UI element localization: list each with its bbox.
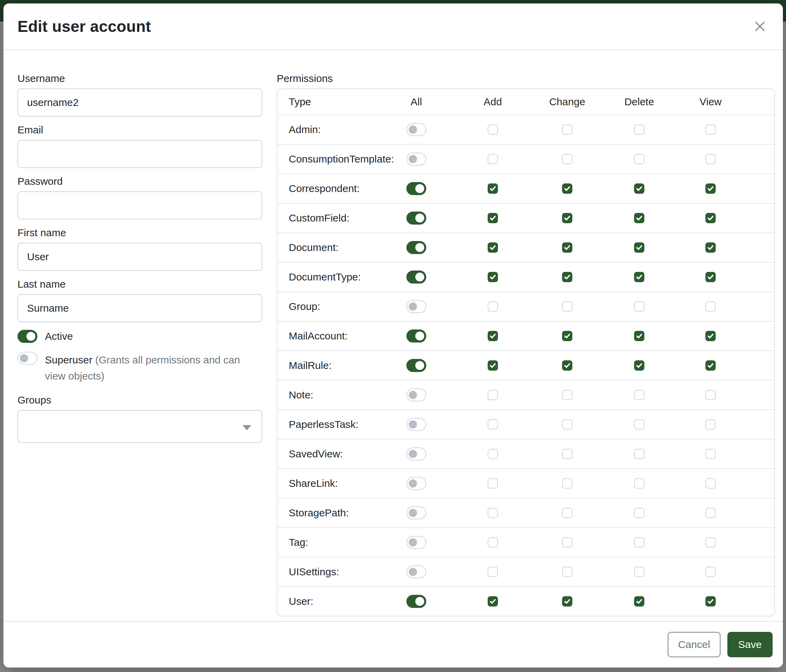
all-toggle[interactable] [406,270,426,284]
check-icon [635,244,643,251]
add-checkbox[interactable] [488,272,498,282]
add-checkbox[interactable] [488,124,498,135]
delete-checkbox[interactable] [634,272,645,282]
all-toggle[interactable] [406,506,426,520]
change-checkbox[interactable] [562,213,572,223]
all-toggle[interactable] [406,418,426,431]
save-button[interactable]: Save [727,632,773,657]
add-checkbox[interactable] [488,213,498,223]
add-checkbox[interactable] [488,419,498,430]
delete-checkbox[interactable] [634,360,645,371]
delete-checkbox[interactable] [634,390,645,400]
delete-checkbox[interactable] [634,567,645,577]
last-name-input[interactable] [17,294,263,322]
view-checkbox[interactable] [706,124,716,135]
delete-checkbox[interactable] [634,301,645,312]
change-checkbox[interactable] [562,390,572,400]
change-checkbox[interactable] [562,537,572,548]
add-checkbox[interactable] [488,360,498,371]
view-checkbox[interactable] [706,508,716,518]
change-checkbox[interactable] [562,478,572,488]
close-button[interactable] [751,17,769,36]
all-toggle[interactable] [406,536,426,549]
change-checkbox[interactable] [562,567,572,577]
all-toggle[interactable] [406,152,426,166]
delete-checkbox[interactable] [634,331,645,341]
view-checkbox[interactable] [706,478,716,488]
delete-checkbox[interactable] [634,184,645,194]
view-checkbox[interactable] [706,331,716,341]
view-checkbox[interactable] [706,390,716,400]
delete-checkbox[interactable] [634,596,645,606]
username-input[interactable] [17,88,263,116]
all-toggle[interactable] [406,300,426,313]
add-checkbox[interactable] [488,449,498,459]
delete-checkbox[interactable] [634,478,645,488]
change-checkbox[interactable] [562,301,572,312]
change-checkbox[interactable] [562,360,572,371]
all-toggle[interactable] [406,182,426,195]
view-checkbox[interactable] [706,242,716,253]
add-checkbox[interactable] [488,301,498,312]
delete-checkbox[interactable] [634,419,645,430]
view-checkbox[interactable] [706,596,716,606]
all-toggle[interactable] [406,241,426,254]
add-checkbox[interactable] [488,478,498,488]
delete-checkbox[interactable] [634,213,645,223]
add-checkbox[interactable] [488,242,498,253]
toggle-knob [415,597,424,606]
add-checkbox[interactable] [488,567,498,577]
groups-select[interactable] [17,410,263,443]
delete-checkbox[interactable] [634,242,645,253]
add-checkbox[interactable] [488,596,498,606]
view-checkbox[interactable] [706,154,716,164]
change-checkbox[interactable] [562,272,572,282]
view-checkbox[interactable] [706,419,716,430]
view-checkbox[interactable] [706,301,716,312]
change-checkbox[interactable] [562,242,572,253]
all-toggle[interactable] [406,123,426,136]
add-checkbox[interactable] [488,184,498,194]
first-name-input[interactable] [17,243,263,271]
change-checkbox[interactable] [562,449,572,459]
all-toggle[interactable] [406,212,426,225]
active-toggle[interactable] [17,330,38,343]
change-checkbox[interactable] [562,154,572,164]
view-checkbox[interactable] [706,213,716,223]
cancel-button[interactable]: Cancel [668,632,720,657]
view-checkbox[interactable] [706,567,716,577]
change-checkbox[interactable] [562,596,572,606]
delete-checkbox[interactable] [634,537,645,548]
all-toggle[interactable] [406,447,426,460]
email-input[interactable] [17,140,263,168]
add-checkbox[interactable] [488,390,498,400]
password-input[interactable] [17,191,263,220]
permission-row: UISettings: [277,557,774,586]
superuser-toggle[interactable] [17,352,38,365]
all-toggle[interactable] [406,565,426,578]
delete-checkbox[interactable] [634,154,645,164]
view-checkbox[interactable] [706,184,716,194]
delete-checkbox[interactable] [634,124,645,135]
add-checkbox[interactable] [488,537,498,548]
add-checkbox[interactable] [488,154,498,164]
change-checkbox[interactable] [562,419,572,430]
view-checkbox[interactable] [706,272,716,282]
all-toggle[interactable] [406,330,426,342]
all-toggle[interactable] [406,388,426,402]
all-toggle[interactable] [406,595,426,608]
change-checkbox[interactable] [562,184,572,194]
permission-row: User: [277,586,774,616]
all-toggle[interactable] [406,359,426,372]
view-checkbox[interactable] [706,360,716,371]
change-checkbox[interactable] [562,331,572,341]
add-checkbox[interactable] [488,331,498,341]
change-checkbox[interactable] [562,124,572,135]
view-checkbox[interactable] [706,537,716,548]
change-checkbox[interactable] [562,508,572,518]
delete-checkbox[interactable] [634,508,645,518]
add-checkbox[interactable] [488,508,498,518]
all-toggle[interactable] [406,477,426,490]
view-checkbox[interactable] [706,449,716,459]
delete-checkbox[interactable] [634,449,645,459]
